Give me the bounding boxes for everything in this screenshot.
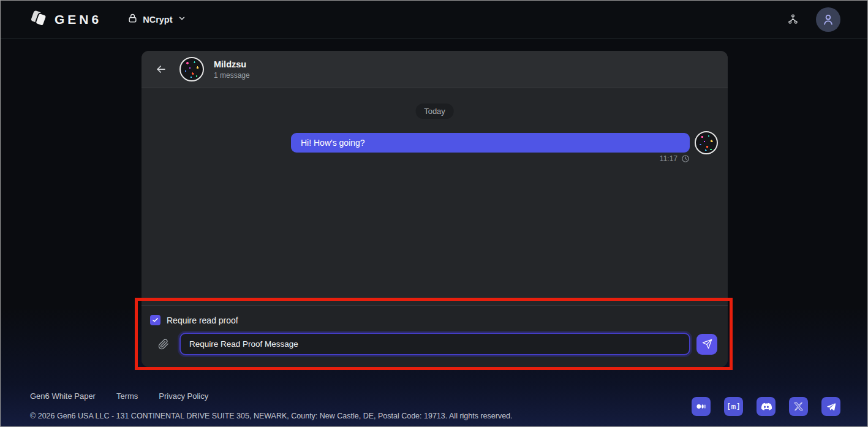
matrix-button[interactable]: [m] [724,397,743,416]
send-button[interactable] [696,334,717,355]
peer-message-count: 1 message [214,71,250,80]
chat-panel: Mildzsu 1 message Today Hi! How's going?… [142,51,728,367]
telegram-icon [826,402,836,412]
day-divider: Today [415,104,454,119]
copyright-text: © 2026 Gen6 USA LLC - 131 CONTINENTAL DR… [30,412,513,420]
discord-button[interactable] [757,397,776,416]
chevron-down-icon [178,14,186,25]
peer-info: Mildzsu 1 message [214,59,250,80]
footer-link-white-paper[interactable]: Gen6 White Paper [30,391,96,401]
message-row: Hi! How's going? [291,131,718,154]
x-icon [794,402,803,411]
medium-icon [696,401,706,412]
send-icon [702,339,712,349]
footer-link-terms[interactable]: Terms [116,391,138,401]
require-read-proof-checkbox[interactable] [150,315,160,325]
attach-file-button[interactable] [158,339,169,350]
medium-button[interactable] [692,397,711,416]
social-links: [m] [692,397,840,416]
checkmark-icon [152,317,159,323]
footer-link-privacy-policy[interactable]: Privacy Policy [159,391,208,401]
gen6-logo[interactable]: GEN6 [30,9,102,31]
telegram-button[interactable] [821,397,840,416]
lock-icon [127,13,138,26]
matrix-icon: [m] [726,402,741,411]
peer-name: Mildzsu [214,59,250,70]
app-window: GEN6 NCrypt [0,0,868,427]
user-icon [821,13,835,26]
discord-icon [761,401,772,412]
workspace-name: NCrypt [143,15,172,25]
chat-message-area: Today Hi! How's going? 11:17 [142,88,728,305]
paperclip-icon [158,339,169,350]
gen6-logo-icon [30,9,48,31]
peer-avatar[interactable] [179,57,204,81]
chat-header: Mildzsu 1 message [142,51,728,88]
network-nodes-icon [787,13,799,25]
back-button[interactable] [153,61,170,78]
arrow-left-icon [155,63,167,75]
require-read-proof-label: Require read proof [167,316,238,325]
sent-message-bubble[interactable]: Hi! How's going? [291,133,690,153]
profile-avatar-button[interactable] [816,7,840,32]
composer-section: Require read proof [142,305,728,367]
brand-name: GEN6 [55,12,102,27]
require-read-proof-toggle[interactable]: Require read proof [150,315,717,325]
workspace-switcher[interactable]: NCrypt [127,13,186,26]
x-button[interactable] [789,397,808,416]
clock-pending-icon [681,154,690,163]
message-timestamp: 11:17 [660,154,677,163]
top-navbar: GEN6 NCrypt [1,1,867,39]
footer-links: Gen6 White Paper Terms Privacy Policy [30,391,208,401]
message-meta: 11:17 [660,154,690,163]
sender-avatar [695,131,718,154]
composer-row [150,333,717,355]
message-input[interactable] [179,333,690,355]
network-nodes-button[interactable] [787,13,799,25]
